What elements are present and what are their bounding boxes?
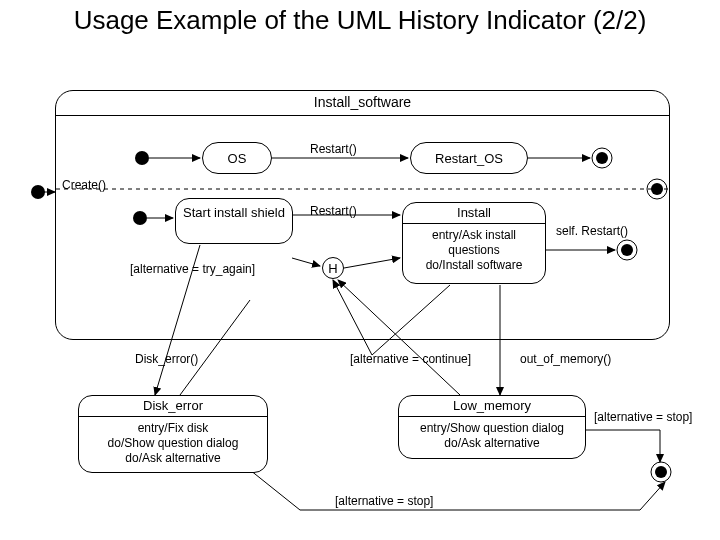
state-label: OS (228, 151, 247, 166)
state-entry-action: entry/Show question dialog (405, 421, 579, 436)
final-state-icon (596, 152, 608, 164)
guard-label: [alternative = stop] (335, 494, 433, 508)
final-state-icon (621, 244, 633, 256)
transition-label: Disk_error() (135, 352, 198, 366)
svg-line-8 (292, 258, 320, 266)
history-label: H (328, 261, 337, 276)
svg-line-19 (338, 280, 460, 395)
guard-label: [alternative = continue] (350, 352, 471, 366)
guard-label: [alternative = try_again] (130, 262, 255, 276)
state-do-action: do/Show question dialog (85, 436, 261, 451)
state-start-install-shield: Start install shield (175, 198, 293, 244)
state-install: Install entry/Ask install questions do/I… (402, 202, 546, 284)
svg-line-14 (372, 285, 450, 355)
transition-label: Restart() (310, 142, 357, 156)
transition-label: self. Restart() (556, 224, 628, 238)
history-pseudostate-icon: H (322, 257, 344, 279)
state-restart-os: Restart_OS (410, 142, 528, 174)
svg-line-18 (180, 300, 250, 395)
state-disk-error: Disk_error entry/Fix disk do/Show questi… (78, 395, 268, 473)
guard-label: [alternative = stop] (594, 410, 692, 424)
state-low-memory: Low_memory entry/Show question dialog do… (398, 395, 586, 459)
state-entry-action: entry/Ask install questions (409, 228, 539, 258)
state-do-action: do/Ask alternative (85, 451, 261, 466)
transition-label: Create() (62, 178, 106, 192)
state-title: Install (403, 203, 545, 224)
initial-pseudostate-icon (135, 151, 149, 165)
state-title: Low_memory (399, 396, 585, 417)
initial-pseudostate-icon (133, 211, 147, 225)
state-label: Restart_OS (435, 151, 503, 166)
final-state-icon (655, 466, 667, 478)
state-do-action: do/Install software (409, 258, 539, 273)
svg-line-15 (333, 280, 372, 355)
state-entry-action: entry/Fix disk (85, 421, 261, 436)
initial-pseudostate-icon (31, 185, 45, 199)
state-title: Disk_error (79, 396, 267, 417)
state-os: OS (202, 142, 272, 174)
transition-label: Restart() (310, 204, 357, 218)
final-state-icon (651, 183, 663, 195)
svg-line-7 (344, 258, 400, 268)
transition-label: out_of_memory() (520, 352, 611, 366)
state-label: Start install shield (176, 199, 292, 227)
state-do-action: do/Ask alternative (405, 436, 579, 451)
